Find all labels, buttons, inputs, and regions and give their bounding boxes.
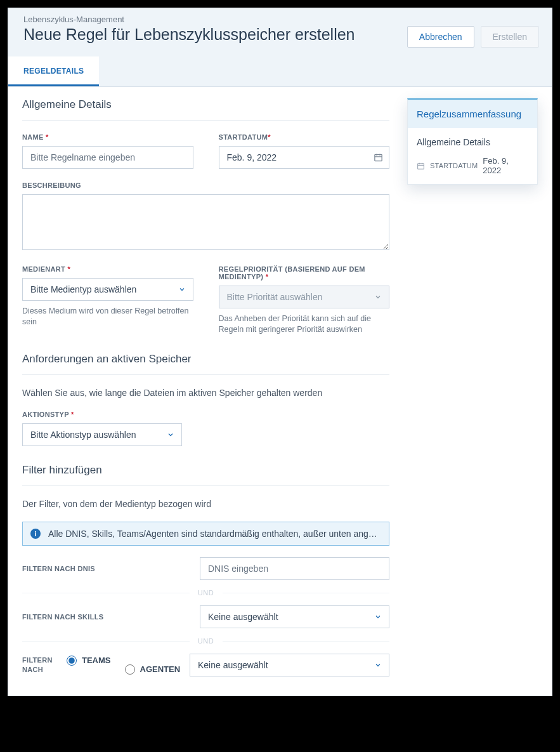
filter-dnis-label: FILTERN NACH DNIS <box>22 565 181 572</box>
radio-teams[interactable]: TEAMS <box>67 656 111 666</box>
priority-select[interactable]: Bitte Priorität auswählen <box>219 286 390 308</box>
name-input[interactable] <box>22 146 193 169</box>
calendar-icon <box>417 162 425 170</box>
info-text: Alle DNIS, Skills, Teams/Agenten sind st… <box>48 529 377 539</box>
info-icon: i <box>30 529 41 539</box>
breadcrumb: Lebenszyklus-Management <box>23 15 407 24</box>
summary-card: Regelzusammenfassung Allgemeine Details … <box>407 98 538 185</box>
filter-by-label: FILTERN NACH <box>22 656 58 674</box>
summary-sidebar: Regelzusammenfassung Allgemeine Details … <box>407 98 538 676</box>
description-textarea[interactable] <box>22 194 389 250</box>
description-label: BESCHREIBUNG <box>22 181 389 189</box>
and-divider: UND <box>22 589 389 597</box>
filter-dnis-input[interactable] <box>200 557 389 580</box>
filter-teams-select[interactable]: Keine ausgewählt <box>190 654 389 676</box>
tabs: REGELDETAILS <box>8 56 552 87</box>
tab-regeldetails[interactable]: REGELDETAILS <box>8 56 99 86</box>
create-button[interactable]: Erstellen <box>481 26 539 48</box>
filter-skills-label: FILTERN NACH SKILLS <box>22 613 181 621</box>
radio-agents[interactable]: AGENTEN <box>125 664 181 675</box>
startdate-label: STARTDATUM* <box>219 133 390 141</box>
active-desc: Wählen Sie aus, wie lange die Dateien im… <box>22 388 389 398</box>
action-select[interactable]: Bitte Aktionstyp auswählen <box>22 423 182 446</box>
cancel-button[interactable]: Abbrechen <box>407 26 474 48</box>
filter-skills-select[interactable]: Keine ausgewählt <box>200 605 389 628</box>
page-header: Lebenszyklus-Management Neue Regel für L… <box>8 8 552 56</box>
radio-agents-input[interactable] <box>125 664 135 675</box>
startdate-input[interactable] <box>219 146 390 169</box>
and-divider: UND <box>22 637 389 645</box>
action-label: AKTIONSTYP * <box>22 411 182 418</box>
info-banner: i Alle DNIS, Skills, Teams/Agenten sind … <box>22 522 389 546</box>
media-label: MEDIENART * <box>22 265 193 273</box>
main-form: Allgemeine Details NAME * STARTDATUM* <box>22 98 389 676</box>
page-title: Neue Regel für Lebenszyklusspeicher erst… <box>23 25 407 44</box>
priority-label: REGELPRIORITÄT (BASIEREND AUF DEM MEDIEN… <box>219 265 390 280</box>
summary-title: Regelzusammenfassung <box>408 100 537 128</box>
media-select[interactable]: Bitte Medientyp auswählen <box>22 278 193 301</box>
filters-desc: Der Filter, von dem der Medientyp bezoge… <box>22 499 389 509</box>
name-label: NAME * <box>22 133 193 141</box>
summary-section-general: Allgemeine Details <box>417 137 528 147</box>
section-title-active: Anforderungen an aktiven Speicher <box>22 353 389 375</box>
section-title-filters: Filter hinzufügen <box>22 464 389 486</box>
svg-rect-4 <box>418 163 424 169</box>
summary-row-startdate: STARTDATUM Feb. 9, 2022 <box>417 156 528 175</box>
priority-helper: Das Anheben der Priorität kann sich auf … <box>219 313 390 335</box>
radio-teams-input[interactable] <box>67 656 77 666</box>
app-window: Lebenszyklus-Management Neue Regel für L… <box>8 8 552 696</box>
section-title-general: Allgemeine Details <box>22 98 389 121</box>
media-helper: Dieses Medium wird von dieser Regel betr… <box>22 306 193 327</box>
